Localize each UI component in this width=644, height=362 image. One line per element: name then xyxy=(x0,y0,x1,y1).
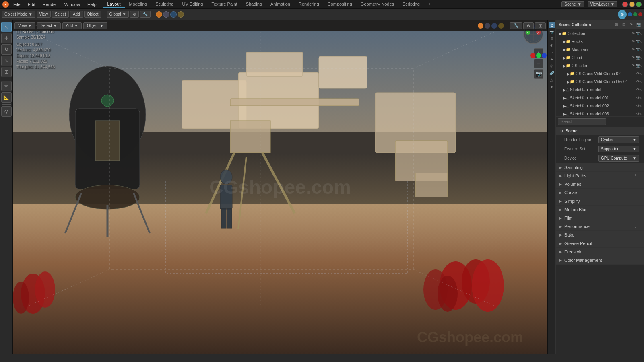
grease-pencil-header[interactable]: ▶ Grease Pencil xyxy=(556,239,644,247)
outliner-item-gscatter[interactable]: ▶ 📁 GScatter 👁 📷 ○ xyxy=(556,62,644,70)
sketchfab002-eye[interactable]: 👁 xyxy=(636,104,640,108)
rp-physics-tab[interactable]: ⚛ xyxy=(549,63,555,69)
sketchfab003-eye[interactable]: 👁 xyxy=(636,112,640,116)
rp-render-tab[interactable]: 📷 xyxy=(549,29,555,35)
sketchfab001-render[interactable]: ○ xyxy=(640,96,642,100)
select-tool[interactable]: ↖ xyxy=(1,22,12,32)
vp-overlay-btn[interactable]: ⊙ xyxy=(523,22,534,29)
ws-tab-compositing[interactable]: Compositing xyxy=(324,1,356,8)
outliner-item-collection[interactable]: ▶ 📁 Collection 👁 📷 ○ xyxy=(556,29,644,37)
vp-shading-2[interactable] xyxy=(485,23,490,29)
sketchfab002-render[interactable]: ○ xyxy=(640,104,642,108)
freestyle-header[interactable]: ▶ Freestyle xyxy=(556,248,644,256)
mountain-render[interactable]: ○ xyxy=(640,47,642,51)
solid-mode-icon[interactable] xyxy=(163,11,169,18)
collection-camera[interactable]: 📷 xyxy=(636,31,640,35)
cloud-camera[interactable]: 📷 xyxy=(636,56,640,60)
curves-header[interactable]: ▶ Curves xyxy=(556,189,644,197)
ws-tab-texture[interactable]: Texture Paint xyxy=(207,1,241,8)
bake-header[interactable]: ▶ Bake xyxy=(556,231,644,239)
outliner-item-cloud[interactable]: ▶ 📁 Cloud 👁 📷 ○ xyxy=(556,53,644,62)
gsgrass02-eye[interactable]: 👁 xyxy=(636,72,640,76)
wireframe-mode-icon[interactable] xyxy=(156,11,162,18)
window-close[interactable] xyxy=(622,2,628,7)
rocks-camera[interactable]: 📷 xyxy=(636,39,640,43)
outliner-filter-eye[interactable]: 👁 xyxy=(628,21,634,28)
sketchfab-eye[interactable]: 👁 xyxy=(636,88,640,92)
rp-object-tab[interactable]: ○ xyxy=(549,49,555,56)
ws-tab-add[interactable]: + xyxy=(424,1,435,8)
menu-file[interactable]: File xyxy=(10,1,23,8)
scale-tool[interactable]: ⤡ xyxy=(1,56,12,66)
mode-selector[interactable]: Object Mode ▼ xyxy=(2,11,35,18)
gsgrass02-render[interactable]: ○ xyxy=(640,72,642,76)
select-btn[interactable]: Select xyxy=(52,11,69,18)
rotate-tool[interactable]: ↻ xyxy=(1,44,12,55)
vp-snap-btn[interactable]: 🔧 xyxy=(510,22,522,29)
annotate-tool[interactable]: ✏ xyxy=(1,81,12,91)
object-origin-tool[interactable]: ◎ xyxy=(1,106,12,117)
cloud-render[interactable]: ○ xyxy=(640,56,642,60)
ws-tab-animation[interactable]: Animation xyxy=(266,1,294,8)
collection-eye[interactable]: 👁 xyxy=(632,31,635,35)
object-btn[interactable]: Object xyxy=(84,11,101,18)
ws-tab-geometry[interactable]: Geometry Nodes xyxy=(357,1,398,8)
ws-tab-uv[interactable]: UV Editing xyxy=(178,1,207,8)
viewlayer-selector[interactable]: ViewLayer ▼ xyxy=(588,1,617,7)
rp-material-tab[interactable]: ● xyxy=(549,83,555,90)
material-mode-icon[interactable] xyxy=(170,11,177,18)
window-minimize[interactable] xyxy=(629,2,635,7)
outliner-item-sketchfab002[interactable]: ▶ △ Sketchfab_model.002 👁 ○ xyxy=(556,102,644,110)
measure-tool[interactable]: 📐 xyxy=(1,92,12,103)
motion-blur-header[interactable]: ▶ Motion Blur xyxy=(556,206,644,214)
properties-search-input[interactable] xyxy=(558,118,606,125)
vp-object-btn[interactable]: Object ▼ xyxy=(83,22,107,29)
rp-constraints-tab[interactable]: 🔗 xyxy=(549,70,555,76)
outliner-item-sketchfab[interactable]: ▶ △ Sketchfab_model 👁 ○ xyxy=(556,86,644,94)
menu-help[interactable]: Help xyxy=(85,1,99,8)
ws-tab-sculpting[interactable]: Sculpting xyxy=(151,1,178,8)
vp-add-btn[interactable]: Add ▼ xyxy=(62,22,82,29)
menu-edit[interactable]: Edit xyxy=(25,1,38,8)
device-dropdown[interactable]: GPU Compute ▼ xyxy=(598,155,639,162)
ws-tab-rendering[interactable]: Rendering xyxy=(295,1,323,8)
gscatter-camera[interactable]: 📷 xyxy=(636,64,640,68)
simplify-header[interactable]: ▶ Simplify xyxy=(556,197,644,205)
ws-tab-shading[interactable]: Shading xyxy=(242,1,266,8)
rp-output-tab[interactable]: 🖥 xyxy=(549,35,555,42)
gsgrass-dry-render[interactable]: ○ xyxy=(640,80,642,84)
cloud-eye[interactable]: 👁 xyxy=(632,56,635,60)
sketchfab-render[interactable]: ○ xyxy=(640,88,642,92)
light-paths-header[interactable]: ▶ Light Paths ⋮⋮ xyxy=(556,172,644,180)
vp-shading-3[interactable] xyxy=(491,23,497,29)
collection-render[interactable]: ○ xyxy=(640,31,642,35)
vp-view-btn[interactable]: View ▼ xyxy=(14,22,35,29)
rp-view-tab[interactable]: 👁 xyxy=(549,42,555,49)
outliner-filter-camera[interactable]: 📷 xyxy=(635,21,642,28)
outliner-item-sketchfab001[interactable]: ▶ △ Sketchfab_model.001 👁 ○ xyxy=(556,94,644,102)
sketchfab003-render[interactable]: ○ xyxy=(640,112,642,116)
transform-global[interactable]: Global ▼ xyxy=(107,11,129,18)
feature-set-dropdown[interactable]: Supported ▼ xyxy=(598,146,639,152)
rp-particles-tab[interactable]: ✦ xyxy=(549,56,555,62)
film-header[interactable]: ▶ Film xyxy=(556,214,644,222)
gscatter-eye[interactable]: 👁 xyxy=(632,64,635,68)
rendered-mode-icon[interactable] xyxy=(178,11,184,18)
outliner-item-mountain[interactable]: ▶ 📁 Mountain 👁 📷 ○ xyxy=(556,45,644,53)
menu-render[interactable]: Render xyxy=(40,1,60,8)
mountain-camera[interactable]: 📷 xyxy=(636,47,640,51)
scene-selector[interactable]: Scene ▼ xyxy=(561,1,584,7)
sketchfab001-eye[interactable]: 👁 xyxy=(636,96,640,100)
transform-tool[interactable]: ⊞ xyxy=(1,67,12,77)
menu-window[interactable]: Window xyxy=(62,1,83,8)
outliner-item-sketchfab003[interactable]: ▶ △ Sketchfab_model.003 👁 ○ xyxy=(556,110,644,117)
ws-tab-modeling[interactable]: Modeling xyxy=(125,1,151,8)
rp-scene-tab[interactable]: ⊙ xyxy=(549,22,555,28)
outliner-filter-2[interactable]: ⊟ xyxy=(621,21,627,28)
vp-shading-1[interactable] xyxy=(478,23,483,29)
outliner-filter-1[interactable]: ⊞ xyxy=(613,21,620,28)
render-engine-dropdown[interactable]: Cycles ▼ xyxy=(598,136,639,143)
rocks-render[interactable]: ○ xyxy=(640,39,642,43)
gscatter-render[interactable]: ○ xyxy=(640,64,642,68)
outliner-item-gs-grass-clump02[interactable]: ▶ 📁 GS Grass Wild Clump 02 👁 ○ xyxy=(556,70,644,78)
